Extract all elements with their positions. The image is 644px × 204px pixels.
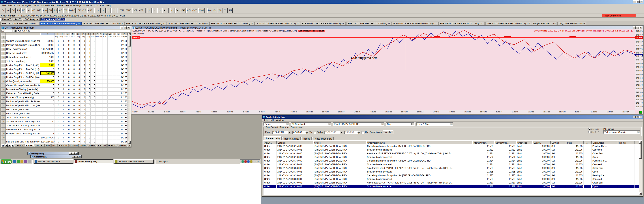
row-header-34[interactable]: 34	[1, 112, 6, 116]
sheet-cell[interactable]	[116, 47, 120, 51]
sheet-cell[interactable]	[96, 120, 99, 124]
sheet-cell[interactable]: 0	[55, 55, 60, 59]
scroll-up-icon[interactable]: ▲	[639, 141, 642, 144]
spin-down-icon[interactable]: ▾	[305, 133, 308, 134]
sheet-cell[interactable]	[112, 59, 116, 63]
sheet-cell[interactable]	[105, 120, 108, 124]
sheet-cell[interactable]	[112, 128, 116, 132]
sheet-cell[interactable]	[105, 59, 108, 63]
sheet-cell[interactable]: 0	[91, 84, 96, 88]
sheet-cell[interactable]	[102, 116, 105, 120]
sheet-cell[interactable]: Sell Exit (b	[70, 35, 76, 39]
sheet-cell[interactable]: SRe (d.rl)	[112, 35, 116, 39]
sheet-cell[interactable]: 0	[80, 108, 86, 112]
sheet-cell[interactable]: 0	[70, 104, 76, 108]
sheet-cell[interactable]: 0	[76, 96, 80, 100]
sheet-cell[interactable]	[96, 132, 99, 136]
sheet-cell[interactable]	[108, 55, 112, 59]
sheet-cell[interactable]: 0	[60, 84, 65, 88]
radio-icon[interactable]	[588, 131, 590, 133]
sheet-cell[interactable]: SRx (gd)	[116, 35, 120, 39]
sheet-cell[interactable]: 0	[65, 116, 70, 120]
sheet-cell[interactable]: 0	[60, 80, 65, 84]
row-header-20[interactable]: 20	[1, 55, 6, 59]
column-header-orderactionsource[interactable]: OrderActionSource	[366, 141, 472, 144]
sheet-cell[interactable]: 0	[76, 140, 80, 144]
maximize-button[interactable]: □	[75, 155, 78, 158]
sheet-cell[interactable]: 0	[91, 88, 96, 92]
price-scale[interactable]: 141.870141.850141.830141.810141.790141.7…	[635, 29, 643, 110]
cell-label[interactable]: Daily Volume (read-only):	[6, 55, 40, 59]
sheet-cell[interactable]: 0	[76, 124, 80, 128]
chart-tab-eur-jpy-cash-idealpro-0-250-mg-4[interactable]: EUR.JPY-CASH-IDEALPRO 0.250 mg #4	[124, 22, 166, 25]
cell-value[interactable]: 0	[40, 88, 55, 92]
sheet-cell[interactable]: 0	[70, 55, 76, 59]
sheet-tab-gbpaud[interactable]: GBPAUD	[107, 144, 118, 147]
toolbar-button-con[interactable]: Con	[42, 8, 48, 13]
sheet-cell[interactable]	[105, 88, 108, 92]
toolbar-button-cs[interactable]: CS	[58, 8, 63, 13]
cell-value[interactable]	[40, 35, 55, 39]
sheet-cell[interactable]	[99, 75, 102, 80]
sheet-cell[interactable]	[116, 51, 120, 55]
sheet-cell[interactable]	[96, 96, 99, 100]
sheet-cell[interactable]	[96, 116, 99, 120]
sheet-cell[interactable]: 0	[60, 120, 65, 124]
row-header-27[interactable]: 27	[1, 84, 6, 88]
sheet-cell[interactable]	[112, 80, 116, 84]
cell-value[interactable]: 1	[40, 132, 55, 136]
sheet-cell[interactable]: 0	[65, 104, 70, 108]
select-all-corner[interactable]	[1, 33, 6, 35]
sheet-cell[interactable]: 0	[76, 136, 80, 140]
to-time-field[interactable]: 23:59:59▴▾	[344, 131, 360, 134]
sheet-cell[interactable]: 0	[76, 55, 80, 59]
tab-trades[interactable]: Trades	[301, 137, 312, 140]
sheet-cell[interactable]	[105, 96, 108, 100]
sheet-cell[interactable]	[112, 112, 116, 116]
sheet-cell[interactable]	[108, 59, 112, 63]
sheet-cell[interactable]	[108, 63, 112, 67]
sheet-cell[interactable]	[108, 71, 112, 75]
toolbar-button-dmlc[interactable]: DMLC	[68, 8, 76, 13]
column-header-orderstatus[interactable]: OrderStatus	[592, 141, 618, 144]
chartbook-tab-tick-price-levels[interactable]: TICK_Price_LEVELS	[40, 18, 65, 21]
scroll-down-icon[interactable]: ▼	[639, 192, 642, 195]
sheet-cell[interactable]	[108, 112, 112, 116]
apply-button[interactable]: Apply	[383, 130, 393, 134]
cell-label[interactable]: Volume Per Bar - Intraday (read-onl	[6, 128, 40, 132]
sheet-cell[interactable]: 0	[91, 124, 96, 128]
sheet-cell[interactable]: 0	[55, 136, 60, 140]
column-header-s[interactable]: S	[96, 33, 99, 35]
sheet-cell[interactable]: 0	[86, 92, 91, 96]
sheet-cell[interactable]	[96, 104, 99, 108]
sheet-cell[interactable]: 0	[76, 108, 80, 112]
sheet-cell[interactable]: 0	[91, 100, 96, 104]
sheet-cell[interactable]	[102, 55, 105, 59]
sheet-cell[interactable]	[105, 100, 108, 104]
sheet-cell[interactable]: 0	[86, 136, 91, 140]
sheet-cell[interactable]: 141.85	[120, 39, 128, 43]
sheet-cell[interactable]	[102, 67, 105, 71]
spreadsheet-vertical-scrollbar[interactable]: ▲ ▼	[128, 33, 131, 144]
sheet-cell[interactable]: 0	[60, 112, 65, 116]
menu-spreadsheet[interactable]: Spreadsheet	[40, 4, 56, 7]
chart-tab-eur-usd-cash-idealpro-daily-1[interactable]: EUR.USD-CASH-IDEALPRO Daily #1	[0, 22, 39, 25]
sheet-cell[interactable]: 0	[70, 100, 76, 104]
chevron-down-icon[interactable]: ▼	[637, 131, 640, 133]
sheet-cell[interactable]	[112, 71, 116, 75]
sheet-cell[interactable]: 0	[60, 47, 65, 51]
sheet-cell[interactable]	[102, 63, 105, 67]
sheet-cell[interactable]: 0	[80, 116, 86, 120]
sheet-cell[interactable]: Sell Entry (	[65, 35, 70, 39]
sheet-cell[interactable]: 0	[86, 116, 91, 120]
row-header-37[interactable]: 37	[1, 124, 6, 128]
trade-log-vertical-scrollbar[interactable]: ▲▼	[639, 141, 642, 195]
sheet-cell[interactable]: 0	[80, 88, 86, 92]
chart-tab-def-tradelevelsticks-scvdf[interactable]: Def_TradeLevelsTicks.scvdf	[558, 22, 587, 25]
selected-study-chip[interactable]: Def_TradeLevelsTicks.scvdf	[298, 30, 324, 32]
toolbar-button-1m[interactable]: 1M	[228, 8, 233, 13]
menu-tools[interactable]: Tools	[32, 4, 40, 7]
quick-launch-icon-4[interactable]	[24, 160, 27, 163]
sheet-cell[interactable]	[99, 59, 102, 63]
cell-label[interactable]: Lose Trades (read-only):	[6, 112, 40, 116]
